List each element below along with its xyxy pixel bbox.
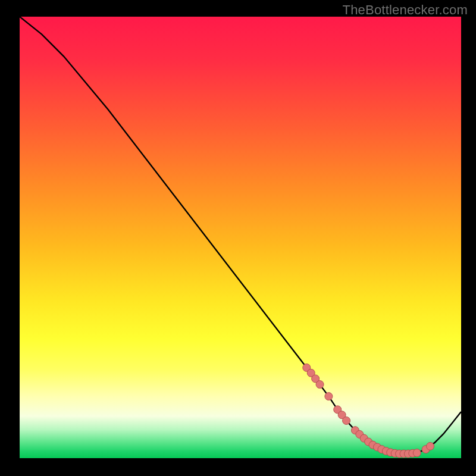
marker-point (427, 442, 434, 450)
marker-point (343, 416, 350, 424)
bottleneck-chart (0, 0, 476, 476)
marker-point (413, 449, 421, 457)
chart-stage: TheBottlenecker.com (0, 0, 476, 476)
marker-point (325, 393, 333, 400)
marker-point (316, 381, 324, 389)
